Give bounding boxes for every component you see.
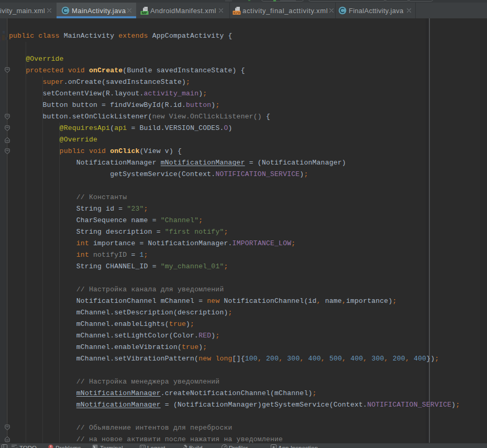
svg-text:MF: MF [142,10,148,15]
svg-text:</>: </> [234,11,240,15]
